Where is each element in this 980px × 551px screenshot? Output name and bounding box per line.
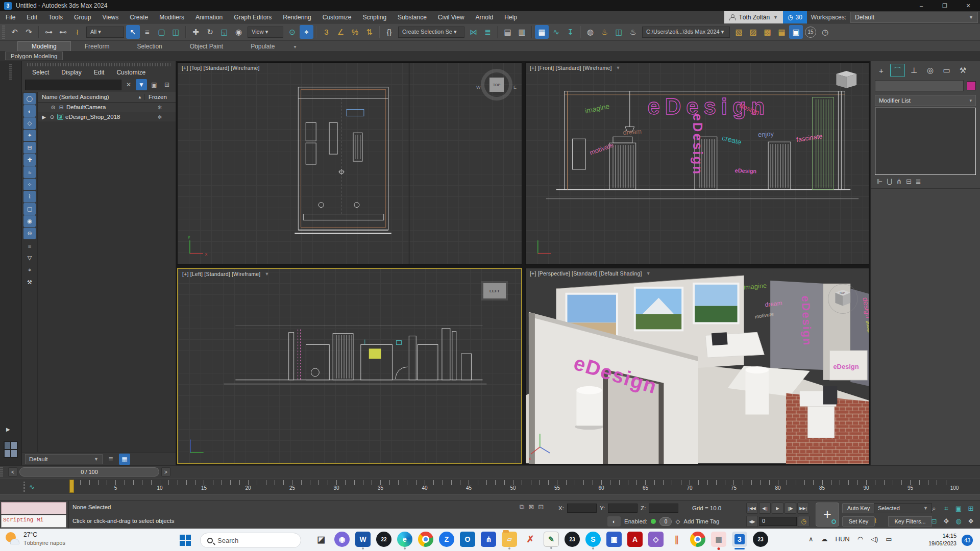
menu-item[interactable]: Rendering: [277, 11, 316, 23]
word-icon[interactable]: W: [355, 532, 371, 547]
play-button[interactable]: ▶: [772, 503, 783, 514]
volume-icon[interactable]: ◁): [871, 535, 878, 543]
timeline-ruler[interactable]: ∿ 05101520253035404550556065707580859095…: [0, 478, 980, 494]
remove-modifier-icon[interactable]: ⊟: [906, 178, 912, 185]
select-and-rotate-icon[interactable]: ↻: [203, 25, 217, 39]
visibility-eye-icon[interactable]: ⊙: [50, 105, 56, 110]
save-plus-icon[interactable]: ▦: [775, 25, 789, 39]
maxscript-editor-icon[interactable]: {}: [382, 25, 396, 39]
modifier-list-dropdown[interactable]: Modifier List ▾: [875, 95, 976, 106]
menu-item[interactable]: Modifiers: [154, 11, 190, 23]
taskbar-search[interactable]: Search: [200, 533, 301, 548]
display-shapes-icon[interactable]: ◇: [23, 117, 36, 129]
z-app-icon[interactable]: Z: [439, 532, 454, 547]
window-crossing-icon[interactable]: ◫: [169, 25, 183, 39]
weather-widget[interactable]: 27°C Többnyire napos: [5, 531, 65, 546]
select-and-manipulate-icon[interactable]: ⌖: [300, 25, 313, 39]
explorer-menu-item[interactable]: Edit: [88, 68, 111, 77]
tray-chevron-icon[interactable]: ∧: [808, 535, 814, 543]
ribbon-tab[interactable]: Object Paint: [176, 42, 237, 51]
table-row[interactable]: ▶ ⊙ ◪ eDesign_Shop_2018 ✻: [38, 112, 176, 122]
explorer-menu-item[interactable]: Customize: [110, 68, 152, 77]
configure-modifier-sets-icon[interactable]: ≣: [916, 178, 921, 185]
select-children-icon[interactable]: ⊞: [161, 79, 173, 90]
ribbon-config-icon[interactable]: ▾: [294, 44, 297, 51]
menu-item[interactable]: Civil View: [432, 11, 470, 23]
display-helpers-icon[interactable]: ✚: [23, 154, 36, 166]
panel-drag-handle[interactable]: [27, 63, 170, 66]
snap-toggle-icon[interactable]: 3: [320, 25, 333, 39]
select-and-scale-icon[interactable]: ◱: [217, 25, 231, 39]
minimize-button[interactable]: –: [910, 0, 933, 11]
next-frame-button[interactable]: ||▶: [785, 503, 796, 514]
frozen-column-header[interactable]: Frozen: [144, 94, 176, 100]
percent-snap-icon[interactable]: %: [348, 25, 362, 39]
acrobat-icon[interactable]: A: [627, 532, 643, 547]
display-bones-icon[interactable]: ⌇: [23, 191, 36, 203]
floppy-app-icon[interactable]: ▣: [606, 532, 622, 547]
expand-arrow-icon[interactable]: ▶: [6, 427, 10, 432]
menu-item[interactable]: Animation: [190, 11, 228, 23]
display-influences-icon[interactable]: ⊚: [23, 228, 36, 239]
make-unique-icon[interactable]: ⋔: [896, 178, 902, 185]
utilities-tab-icon[interactable]: ⚒: [955, 64, 970, 77]
menu-item[interactable]: Edit: [21, 11, 43, 23]
layer-list-icon[interactable]: ▥: [515, 25, 529, 39]
redo-icon[interactable]: ↷: [22, 25, 36, 39]
menu-item[interactable]: Group: [68, 11, 96, 23]
motion-tab-icon[interactable]: ◎: [923, 64, 938, 77]
start-button[interactable]: [180, 535, 191, 546]
hierarchy-tab-icon[interactable]: ⊥: [906, 64, 921, 77]
project-path-dropdown[interactable]: C:\Users\zoli...\3ds Max 2024 ▾: [642, 27, 730, 38]
time-slider-value[interactable]: 0 / 100: [19, 467, 159, 477]
autosave-badge[interactable]: 15: [805, 27, 816, 38]
chat-app-icon[interactable]: ◉: [334, 532, 350, 547]
x-app-icon[interactable]: ✗: [523, 532, 538, 547]
object-color-swatch[interactable]: [967, 81, 976, 90]
system-clock[interactable]: 14:15 19/06/2023: [913, 532, 957, 547]
display-tab-icon[interactable]: ▭: [939, 64, 954, 77]
outlook-icon[interactable]: O: [460, 532, 475, 547]
reference-coordinate-dropdown[interactable]: View ▾: [248, 27, 283, 38]
material-editor-icon[interactable]: ◍: [583, 25, 597, 39]
expander-icon[interactable]: ▶: [41, 114, 47, 120]
zoom-extents-icon[interactable]: ▣: [952, 503, 965, 514]
frozen-toggle-icon[interactable]: ✻: [144, 105, 176, 110]
orbit-icon[interactable]: ◍: [952, 515, 965, 527]
funnel-icon[interactable]: ▼: [646, 271, 651, 276]
go-to-end-button[interactable]: ▶▶|: [797, 503, 809, 514]
import-file-icon[interactable]: ▧: [732, 25, 746, 39]
menu-item[interactable]: File: [0, 11, 21, 23]
ribbon-tab[interactable]: Freeform: [71, 42, 124, 51]
create-tab-icon[interactable]: +: [874, 64, 889, 77]
strokes-app-icon[interactable]: ∥: [669, 532, 684, 547]
onedrive-icon[interactable]: ☁: [821, 535, 828, 543]
set-key-button[interactable]: Set Key: [842, 516, 875, 527]
auto-key-button[interactable]: Auto Key: [842, 503, 875, 513]
menu-item[interactable]: Arnold: [470, 11, 499, 23]
filter-list-icon[interactable]: ▽: [23, 252, 36, 264]
curve-editor-icon[interactable]: ∿: [549, 25, 563, 39]
tablet-icon[interactable]: ▭: [886, 535, 892, 543]
app-23-icon[interactable]: 23: [565, 532, 580, 547]
bind-to-space-warp-icon[interactable]: ≀: [70, 25, 84, 39]
show-end-result-icon[interactable]: ⋃: [887, 178, 892, 185]
zoom-extents-all-icon[interactable]: ⊞: [965, 503, 977, 514]
save-as-icon[interactable]: ▩: [761, 25, 774, 39]
dock-grip[interactable]: [9, 64, 12, 80]
viewport-left[interactable]: [+] [Left] [Standard] [Wireframe]▼: [177, 268, 522, 464]
menu-item[interactable]: Customize: [317, 11, 357, 23]
sort-icon[interactable]: ≡: [23, 240, 36, 252]
current-frame-field[interactable]: 0: [759, 517, 797, 526]
maxscript-listener-input[interactable]: Scripting Mi: [1, 515, 66, 528]
view-cube[interactable]: LEFT: [483, 283, 506, 298]
view-cube[interactable]: TOP W E: [481, 69, 512, 101]
grid-view-icon[interactable]: ▦: [119, 454, 130, 465]
align-icon[interactable]: ≣: [481, 25, 495, 39]
go-to-start-button[interactable]: |◀◀: [746, 503, 758, 514]
maximize-button[interactable]: ❐: [933, 0, 957, 11]
menu-item[interactable]: Tools: [43, 11, 68, 23]
key-mode-dropdown[interactable]: Selected▼: [874, 503, 932, 513]
mini-curve-editor-icon[interactable]: ∿: [23, 482, 39, 492]
ribbon-tab[interactable]: Populate: [237, 42, 288, 51]
